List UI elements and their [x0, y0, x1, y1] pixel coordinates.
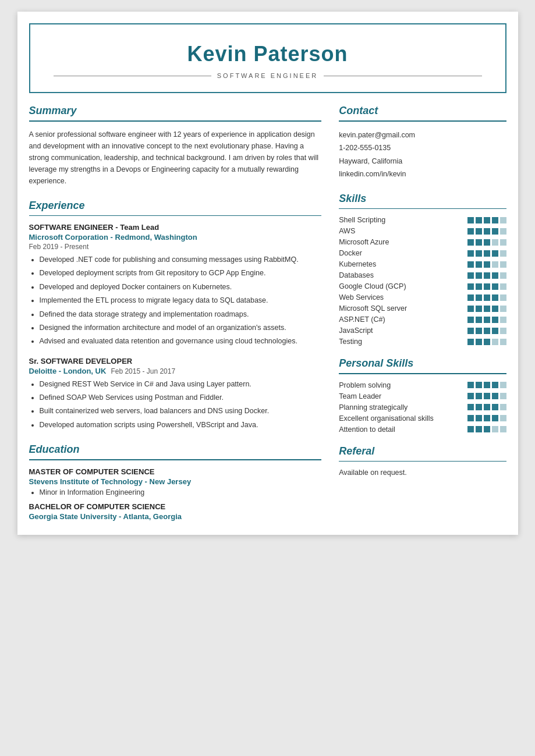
skill-dot-2-3: [492, 239, 498, 246]
skill-name-2: Planning strategically: [339, 403, 467, 411]
job-bullets-2: Designed REST Web Service in C# and Java…: [40, 379, 322, 431]
edu-degree-1: MASTER OF COMPUTER SCIENCE: [29, 467, 322, 476]
skill-dots-2: [467, 404, 506, 410]
bullet-1-1: Developed .NET code for publishing and c…: [40, 254, 322, 265]
edu-entry-1: MASTER OF COMPUTER SCIENCE Stevens Insti…: [29, 467, 322, 496]
skill-dot-3-0: [467, 250, 474, 257]
skill-dot-5-1: [476, 272, 482, 279]
skill-dot-3-2: [484, 415, 490, 421]
skills-section: Skills Shell ScriptingAWSMicrosoft Azure…: [339, 193, 506, 346]
skill-dot-3-3: [492, 250, 498, 257]
skill-name-1: AWS: [339, 227, 467, 235]
divider-line-left: [54, 76, 211, 76]
skill-dot-9-4: [500, 317, 506, 323]
education-section: Education MASTER OF COMPUTER SCIENCE Ste…: [29, 443, 322, 521]
skill-dot-1-2: [484, 393, 490, 399]
skill-dot-0-2: [484, 382, 490, 388]
skill-dots-1: [467, 228, 506, 235]
edu-minor-1: Minor in Information Engineering: [40, 488, 322, 496]
skill-dot-0-4: [500, 217, 506, 223]
skill-row-1: Team Leader: [339, 392, 506, 400]
skill-dot-7-3: [492, 294, 498, 301]
skills-title: Skills: [339, 193, 506, 205]
skill-dot-0-4: [500, 382, 506, 388]
skill-dot-2-1: [476, 404, 482, 410]
skill-dot-3-1: [476, 415, 482, 421]
skill-dots-4: [467, 261, 506, 268]
personal-skills-section: Personal Skills Problem solvingTeam Lead…: [339, 357, 506, 434]
skill-dot-11-3: [492, 339, 498, 345]
job-date-2: Feb 2015 - Jun 2017: [111, 367, 175, 375]
divider-line-right: [324, 76, 481, 76]
skill-dot-2-3: [492, 404, 498, 410]
skill-dot-3-1: [476, 250, 482, 257]
contact-title: Contact: [339, 105, 506, 117]
contact-phone: 1-202-555-0135: [339, 141, 506, 155]
personal-skills-divider: [339, 373, 506, 374]
skill-name-1: Team Leader: [339, 392, 467, 400]
skill-dot-6-1: [476, 283, 482, 290]
skill-dot-4-2: [484, 426, 490, 432]
skill-row-10: JavaScript: [339, 326, 506, 335]
skill-row-4: Kubernetes: [339, 260, 506, 268]
summary-title: Summary: [29, 105, 322, 117]
skill-row-1: AWS: [339, 227, 506, 235]
skill-dots-8: [467, 306, 506, 312]
skill-dots-4: [467, 426, 506, 432]
skill-dot-11-4: [500, 339, 506, 345]
skill-dot-8-2: [484, 306, 490, 312]
skill-dot-7-4: [500, 294, 506, 301]
skills-divider: [339, 208, 506, 210]
skill-dot-7-0: [467, 294, 474, 301]
skill-row-7: Web Services: [339, 293, 506, 301]
candidate-name: Kevin Paterson: [54, 42, 482, 66]
bullet-1-6: Designed the information architecture an…: [40, 322, 322, 333]
skill-dot-0-1: [476, 382, 482, 388]
skill-name-4: Attention to detail: [339, 425, 467, 434]
skill-dot-1-4: [500, 393, 506, 399]
skill-dots-5: [467, 272, 506, 279]
skill-dot-4-1: [476, 261, 482, 268]
skill-dot-2-1: [476, 239, 482, 246]
summary-section: Summary A senior professional software e…: [29, 105, 322, 187]
skill-row-11: Testing: [339, 338, 506, 346]
skill-dot-9-2: [484, 317, 490, 323]
skill-name-8: Microsoft SQL server: [339, 304, 467, 313]
skill-row-2: Planning strategically: [339, 403, 506, 411]
skill-dot-8-3: [492, 306, 498, 312]
skill-dot-9-3: [492, 317, 498, 323]
skill-name-6: Google Cloud (GCP): [339, 282, 467, 290]
skill-dot-6-2: [484, 283, 490, 290]
bullet-2-3: Built containerized web servers, load ba…: [40, 406, 322, 417]
skill-dot-1-1: [476, 228, 482, 235]
job-company-2: Deloitte - London, UK: [29, 367, 107, 375]
skill-dot-4-3: [492, 426, 498, 432]
skill-name-0: Shell Scripting: [339, 216, 467, 224]
skill-dot-4-2: [484, 261, 490, 268]
skill-dots-3: [467, 250, 506, 257]
skill-dot-4-4: [500, 261, 506, 268]
skill-dots-9: [467, 317, 506, 323]
skill-dot-6-0: [467, 283, 474, 290]
skill-dot-3-2: [484, 250, 490, 257]
skill-dot-2-2: [484, 239, 490, 246]
skill-name-3: Docker: [339, 249, 467, 257]
job-title-header: SOFTWARE ENGINEER: [217, 72, 318, 79]
skill-dots-1: [467, 393, 506, 399]
skill-dot-0-3: [492, 382, 498, 388]
skill-row-0: Shell Scripting: [339, 216, 506, 224]
right-column: Contact kevin.pater@gmail.com 1-202-555-…: [339, 105, 506, 523]
skill-dot-2-2: [484, 404, 490, 410]
skill-dot-11-1: [476, 339, 482, 345]
skill-dot-3-0: [467, 415, 474, 421]
education-title: Education: [29, 443, 322, 456]
skill-dots-7: [467, 294, 506, 301]
skill-dot-5-3: [492, 272, 498, 279]
skill-dot-8-0: [467, 306, 474, 312]
skill-dot-4-4: [500, 426, 506, 432]
skill-name-3: Excellent organisational skills: [339, 414, 467, 423]
bullet-1-2: Developed deployment scripts from Git re…: [40, 268, 322, 279]
bullet-2-4: Developed automation scripts using Power…: [40, 420, 322, 431]
skill-dot-1-4: [500, 228, 506, 235]
skill-dot-1-3: [492, 228, 498, 235]
